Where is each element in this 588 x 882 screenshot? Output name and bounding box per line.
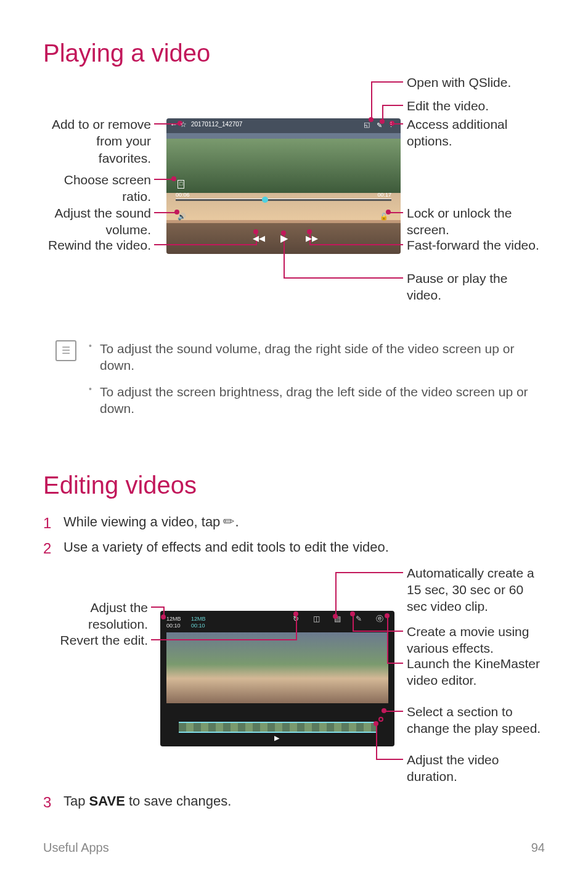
step-2: 2 Use a variety of effects and edit tool… bbox=[43, 539, 545, 558]
callout-line bbox=[154, 212, 176, 213]
callout-ratio: Choose screen ratio. bbox=[62, 171, 151, 205]
callout-lock: Lock or unlock the screen. bbox=[407, 205, 545, 239]
callout-rewind: Rewind the video. bbox=[43, 237, 151, 253]
callout-volume: Adjust the sound volume. bbox=[49, 205, 151, 239]
step-number: 2 bbox=[43, 539, 54, 558]
callout-line bbox=[376, 759, 403, 760]
callout-line bbox=[296, 614, 297, 640]
callout-line bbox=[390, 212, 403, 213]
play-icon[interactable]: ▶ bbox=[280, 232, 288, 245]
callout-line bbox=[151, 606, 163, 608]
editor-top-icons[interactable]: ↻ ◫ ▤ ✎ ⓔ bbox=[293, 615, 390, 624]
timeline-strip[interactable] bbox=[179, 722, 376, 733]
callout-dot bbox=[350, 611, 355, 616]
callout-line bbox=[154, 244, 256, 245]
callout-dot bbox=[382, 708, 386, 713]
step-1: 1 While viewing a video, tap ✎. bbox=[43, 513, 545, 533]
callout-speed: Select a section to change the play spee… bbox=[407, 703, 545, 737]
callout-line bbox=[335, 572, 403, 573]
callout-kine: Launch the KineMaster video editor. bbox=[407, 655, 545, 689]
figure-video-player: ← ☆ 20170112_142707 ◱ ✎ ⋮ □ 00:06 00:17 … bbox=[43, 81, 545, 328]
callout-dot bbox=[374, 721, 378, 726]
res-target: 12MB 00:10 bbox=[191, 616, 206, 630]
speed-marker[interactable] bbox=[378, 717, 383, 722]
callout-line bbox=[309, 244, 403, 245]
volume-icon[interactable]: 🔊 bbox=[178, 212, 186, 221]
callout-line bbox=[284, 277, 403, 279]
editor-play-icon[interactable]: ▶ bbox=[274, 733, 279, 742]
callout-resolution: Adjust the resolution. bbox=[83, 599, 148, 633]
callout-line bbox=[371, 81, 372, 118]
callout-line bbox=[353, 615, 354, 632]
callout-line bbox=[371, 81, 403, 83]
ratio-icon[interactable]: □ bbox=[178, 180, 184, 189]
callout-favorites: Add to or remove from your favorites. bbox=[49, 116, 151, 166]
lock-icon[interactable]: 🔓 bbox=[380, 212, 388, 221]
editor-preview bbox=[166, 632, 388, 703]
player-mock: ← ☆ 20170112_142707 ◱ ✎ ⋮ □ 00:06 00:17 … bbox=[166, 118, 401, 254]
star-icon[interactable]: ☆ bbox=[180, 120, 187, 130]
callout-line bbox=[385, 711, 403, 712]
rewind-icon[interactable]: ◀◀ bbox=[253, 234, 265, 244]
back-icon[interactable]: ← bbox=[170, 120, 178, 130]
step-3-text: Tap SAVE to save changes. bbox=[63, 793, 231, 812]
callout-dot bbox=[293, 611, 298, 616]
callout-ff: Fast-forward the video. bbox=[407, 237, 545, 253]
callout-edit: Edit the video. bbox=[407, 97, 545, 114]
edit-icon[interactable]: ✎ bbox=[377, 121, 382, 129]
callout-line bbox=[154, 179, 173, 180]
callout-duration: Adjust the video duration. bbox=[407, 751, 545, 785]
callout-revert: Revert the edit. bbox=[55, 632, 148, 648]
callout-pauseplay: Pause or play the video. bbox=[407, 270, 545, 304]
heading-editing: Editing videos bbox=[43, 469, 545, 501]
callout-line bbox=[151, 639, 296, 640]
heading-playing: Playing a video bbox=[43, 37, 545, 69]
time-duration: 00:17 bbox=[377, 192, 391, 199]
callout-movie: Create a movie using various effects. bbox=[407, 623, 545, 657]
video-filename: 20170112_142707 bbox=[191, 120, 242, 128]
callout-line bbox=[393, 123, 403, 125]
callout-dot bbox=[333, 614, 338, 619]
callout-line bbox=[382, 105, 383, 120]
menu-icon[interactable]: ⋮ bbox=[388, 120, 394, 129]
ff-icon[interactable]: ▶▶ bbox=[306, 234, 318, 244]
callout-line bbox=[387, 617, 388, 664]
note-icon: ☰ bbox=[55, 340, 76, 361]
res-current: 12MB 00:10 bbox=[166, 616, 181, 630]
callout-line bbox=[382, 105, 403, 106]
footer-section: Useful Apps bbox=[43, 839, 109, 855]
qslide-icon[interactable]: ◱ bbox=[364, 120, 370, 129]
figure-video-editor: 12MB 00:10 12MB 00:10 ↻ ◫ ▤ ✎ ⓔ ▶ Adjust… bbox=[43, 565, 545, 786]
callout-line bbox=[335, 572, 337, 615]
callout-dot bbox=[171, 176, 176, 181]
step-number: 3 bbox=[43, 793, 54, 812]
note-bullet-2: To adjust the screen brightness, drag th… bbox=[89, 383, 533, 417]
step-3: 3 Tap SAVE to save changes. bbox=[43, 793, 545, 812]
step-2-text: Use a variety of effects and edit tools … bbox=[63, 539, 389, 558]
seek-slider[interactable] bbox=[176, 198, 391, 201]
step-1-text: While viewing a video, tap ✎. bbox=[63, 513, 239, 533]
note-bullet-1: To adjust the sound volume, drag the rig… bbox=[89, 340, 533, 374]
callout-autoclip: Automatically create a 15 sec, 30 sec or… bbox=[407, 565, 545, 615]
callout-options: Access additional options. bbox=[407, 116, 545, 150]
callout-qslide: Open with QSlide. bbox=[407, 74, 545, 91]
callout-dot bbox=[161, 615, 166, 619]
callout-line bbox=[376, 725, 377, 760]
callout-line bbox=[353, 631, 403, 632]
note-box: ☰ To adjust the sound volume, drag the r… bbox=[55, 340, 533, 426]
save-label: SAVE bbox=[89, 793, 125, 809]
time-current: 00:06 bbox=[176, 192, 190, 199]
callout-dot bbox=[385, 613, 390, 618]
footer-page: 94 bbox=[531, 839, 545, 855]
callout-line bbox=[387, 663, 403, 664]
step-number: 1 bbox=[43, 513, 54, 533]
page-footer: Useful Apps 94 bbox=[43, 839, 545, 855]
